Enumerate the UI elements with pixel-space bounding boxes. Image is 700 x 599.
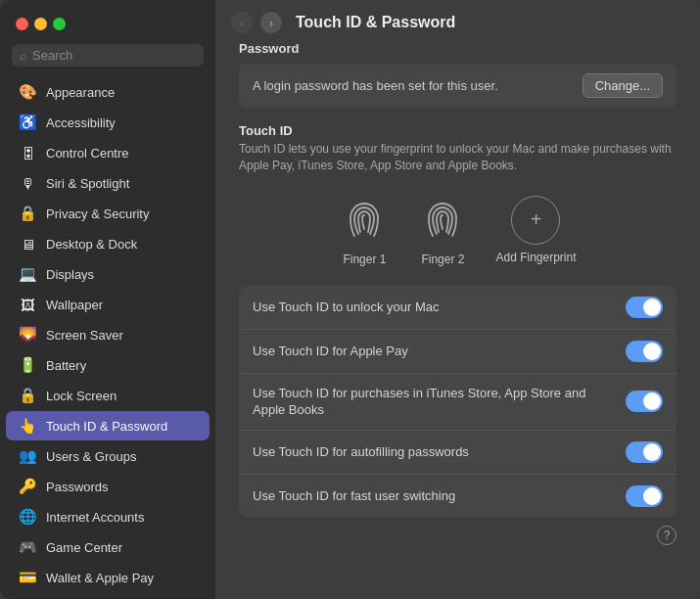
sidebar-label-desktop-dock: Desktop & Dock [46, 237, 137, 252]
sidebar-items: 🎨 Appearance ♿ Accessibility 🎛 Control C… [0, 76, 215, 593]
add-fingerprint-item[interactable]: + Add Fingerprint [495, 196, 576, 266]
sidebar-item-wallet[interactable]: 💳 Wallet & Apple Pay [6, 563, 210, 592]
sidebar-item-game-center[interactable]: 🎮 Game Center [6, 532, 210, 562]
back-button[interactable]: ‹ [231, 12, 253, 33]
sidebar-label-battery: Battery [46, 358, 86, 373]
toggle-row-2: Use Touch ID for purchases in iTunes Sto… [239, 374, 677, 431]
page-title: Touch ID & Password [296, 14, 455, 31]
sidebar-icon-siri: 🎙 [18, 173, 37, 193]
toggle-row-0: Use Touch ID to unlock your Mac [239, 286, 677, 330]
sidebar-label-siri: Siri & Spotlight [46, 176, 129, 191]
sidebar-item-wallpaper[interactable]: 🖼 Wallpaper [6, 290, 210, 319]
sidebar-label-users-groups: Users & Groups [46, 449, 136, 464]
minimize-button[interactable] [34, 18, 47, 30]
sidebar-icon-passwords: 🔑 [18, 477, 37, 496]
password-status-text: A login password has been set for this u… [253, 78, 498, 93]
sidebar-label-displays: Displays [46, 267, 94, 282]
sidebar-label-wallpaper: Wallpaper [46, 298, 103, 312]
sidebar-label-privacy: Privacy & Security [46, 207, 149, 221]
toggle-text-1: Use Touch ID for Apple Pay [253, 343, 626, 360]
finger2-label: Finger 2 [421, 253, 464, 266]
toggle-text-4: Use Touch ID for fast user switching [253, 487, 626, 505]
fullscreen-button[interactable] [53, 18, 66, 30]
sidebar-icon-internet-accounts: 🌐 [18, 507, 37, 527]
search-input[interactable] [32, 48, 196, 63]
finger1-label: Finger 1 [343, 253, 386, 266]
sidebar-item-siri[interactable]: 🎙 Siri & Spotlight [6, 168, 210, 198]
password-section-title: Password [239, 41, 677, 56]
search-icon: ⌕ [20, 49, 26, 63]
finger2-icon[interactable] [417, 196, 468, 247]
toggle-text-2: Use Touch ID for purchases in iTunes Sto… [253, 385, 626, 419]
sidebar-label-game-center: Game Center [46, 540, 122, 555]
sidebar-label-appearance: Appearance [46, 85, 115, 100]
sidebar-label-internet-accounts: Internet Accounts [46, 510, 144, 525]
sidebar-item-appearance[interactable]: 🎨 Appearance [6, 77, 210, 107]
sidebar-label-wallet: Wallet & Apple Pay [46, 571, 154, 585]
help-button[interactable]: ? [657, 526, 677, 545]
sidebar-label-control-centre: Control Centre [46, 146, 129, 161]
sidebar-item-battery[interactable]: 🔋 Battery [6, 350, 210, 380]
close-button[interactable] [16, 18, 28, 30]
toggle-switch-3[interactable] [626, 441, 663, 463]
sidebar-icon-desktop-dock: 🖥 [18, 234, 37, 253]
toggle-row-1: Use Touch ID for Apple Pay [239, 330, 677, 374]
sidebar-item-lock-screen[interactable]: 🔒 Lock Screen [6, 381, 210, 410]
forward-button[interactable]: › [260, 12, 282, 33]
sidebar-icon-users-groups: 👥 [18, 446, 37, 466]
sidebar-label-passwords: Passwords [46, 480, 109, 494]
toggle-switch-0[interactable] [626, 297, 663, 318]
sidebar-icon-wallet: 💳 [18, 568, 37, 587]
content-area: Password A login password has been set f… [215, 41, 700, 599]
main-panel: ‹ › Touch ID & Password Password A login… [215, 0, 700, 599]
toggle-row-4: Use Touch ID for fast user switching [239, 475, 677, 518]
sidebar-icon-battery: 🔋 [18, 355, 37, 375]
sidebar-icon-privacy: 🔒 [18, 204, 37, 223]
sidebar-label-accessibility: Accessibility [46, 115, 116, 130]
touchid-description: Touch ID lets you use your fingerprint t… [239, 141, 677, 174]
sidebar-icon-control-centre: 🎛 [18, 143, 37, 162]
sidebar-label-touch-id: Touch ID & Password [46, 419, 167, 434]
fingerprints-row: Finger 1 Finger 2 + [239, 178, 677, 276]
sidebar-icon-displays: 💻 [18, 264, 37, 284]
sidebar-icon-wallpaper: 🖼 [18, 295, 37, 314]
add-fingerprint-button[interactable]: + [511, 196, 560, 245]
add-fingerprint-label: Add Fingerprint [495, 251, 576, 264]
toggle-text-0: Use Touch ID to unlock your Mac [253, 299, 626, 316]
toolbar: ‹ › Touch ID & Password [215, 0, 700, 41]
toggle-row-3: Use Touch ID for autofilling passwords [239, 431, 677, 475]
sidebar-item-displays[interactable]: 💻 Displays [6, 259, 210, 289]
sidebar-label-screen-saver: Screen Saver [46, 328, 123, 343]
sidebar-icon-accessibility: ♿ [18, 113, 37, 132]
password-row: A login password has been set for this u… [239, 64, 677, 108]
sidebar-icon-appearance: 🎨 [18, 82, 37, 102]
sidebar-item-screen-saver[interactable]: 🌄 Screen Saver [6, 320, 210, 349]
sidebar: ⌕ 🎨 Appearance ♿ Accessibility 🎛 Control… [0, 0, 215, 599]
sidebar-icon-screen-saver: 🌄 [18, 325, 37, 345]
touchid-title: Touch ID [239, 123, 677, 138]
toggle-text-3: Use Touch ID for autofilling passwords [253, 443, 626, 461]
finger1-icon[interactable] [339, 196, 390, 247]
touchid-header: Touch ID Touch ID lets you use your fing… [239, 123, 677, 174]
help-btn-row: ? [239, 518, 677, 545]
toggles-container: Use Touch ID to unlock your Mac Use Touc… [239, 286, 677, 518]
search-bar[interactable]: ⌕ [12, 44, 204, 67]
sidebar-icon-lock-screen: 🔒 [18, 386, 37, 405]
change-password-button[interactable]: Change... [583, 73, 663, 98]
toggle-switch-4[interactable] [626, 485, 663, 507]
toggle-switch-2[interactable] [626, 391, 663, 412]
sidebar-icon-game-center: 🎮 [18, 537, 37, 557]
finger1-item: Finger 1 [339, 196, 390, 266]
sidebar-item-control-centre[interactable]: 🎛 Control Centre [6, 138, 210, 167]
sidebar-item-users-groups[interactable]: 👥 Users & Groups [6, 441, 210, 471]
sidebar-item-privacy[interactable]: 🔒 Privacy & Security [6, 199, 210, 228]
toggle-switch-1[interactable] [626, 341, 663, 362]
sidebar-item-accessibility[interactable]: ♿ Accessibility [6, 108, 210, 137]
sidebar-item-passwords[interactable]: 🔑 Passwords [6, 472, 210, 501]
sidebar-item-touch-id[interactable]: 👆 Touch ID & Password [6, 411, 210, 440]
traffic-lights [0, 10, 215, 44]
finger2-item: Finger 2 [417, 196, 468, 266]
sidebar-item-desktop-dock[interactable]: 🖥 Desktop & Dock [6, 229, 210, 258]
sidebar-icon-touch-id: 👆 [18, 416, 37, 436]
sidebar-item-internet-accounts[interactable]: 🌐 Internet Accounts [6, 502, 210, 531]
